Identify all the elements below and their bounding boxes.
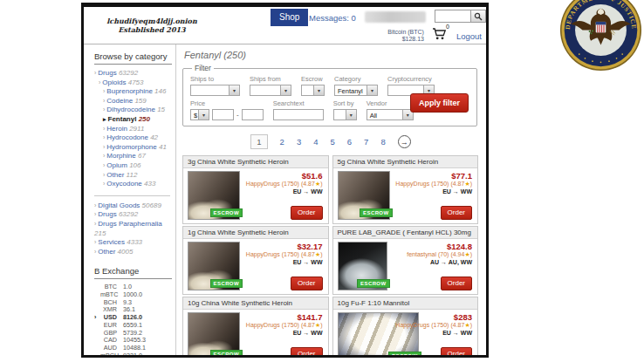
sidebar-section-item[interactable]: ›Other 4005 bbox=[94, 248, 172, 257]
category-count: 67 bbox=[138, 152, 146, 160]
category-count: 15 bbox=[157, 106, 165, 113]
product-title[interactable]: 10g Fu-F 1:10 Mannitol bbox=[333, 297, 478, 310]
page-number[interactable]: 1 bbox=[250, 134, 267, 149]
order-button[interactable]: Order bbox=[441, 347, 472, 355]
vendor-rating: (4.87 bbox=[301, 322, 315, 328]
chevron-down-icon: ▾ bbox=[367, 85, 377, 95]
vendor-link[interactable]: HappyDrugs (1750) (4.87★) bbox=[246, 251, 323, 258]
order-button[interactable]: Order bbox=[291, 206, 322, 220]
price-currency-select[interactable]: $▾ bbox=[190, 109, 209, 120]
search-button[interactable] bbox=[471, 10, 486, 23]
chevron-right-icon: › bbox=[103, 172, 105, 178]
chevron-down-icon: ▾ bbox=[313, 85, 324, 95]
sidebar-category-item[interactable]: ›Opium 106 bbox=[94, 161, 172, 171]
bitcoin-price: $128.13 bbox=[387, 36, 424, 43]
sidebar-category-item[interactable]: ›Buprenorphine 146 bbox=[94, 87, 172, 97]
page-number[interactable]: 2 bbox=[280, 137, 284, 147]
vendor-label: Vendor bbox=[367, 99, 414, 107]
messages-link[interactable]: Messages: 0 bbox=[309, 13, 356, 23]
sidebar: Browse by category ›Drugs 63292 ›Opioids… bbox=[84, 44, 176, 355]
product-title[interactable]: 5g China White Synthetic Heroin bbox=[333, 156, 478, 168]
product-title[interactable]: 3g China White Synthetic Heroin bbox=[183, 156, 328, 168]
category-select[interactable]: Fentanyl▾ bbox=[334, 85, 378, 96]
sidebar-category-item[interactable]: ›Hydrocodone 42 bbox=[94, 133, 172, 143]
bitcoin-rate: Bitcoin (BTC) $128.13 bbox=[387, 29, 424, 43]
category-label: Opium bbox=[106, 161, 127, 169]
sidebar-section-item[interactable]: ›Drugs 63292 bbox=[94, 210, 172, 220]
cryptocurrency-label: Cryptocurrency bbox=[387, 75, 435, 83]
exchange-title: B Exchange bbox=[94, 266, 172, 279]
shop-tab[interactable]: Shop bbox=[271, 9, 308, 26]
page-number[interactable]: 8 bbox=[380, 137, 385, 147]
product-card: 3g China White Synthetic Heroin ESCROW $… bbox=[182, 155, 329, 224]
escrow-badge: ESCROW bbox=[210, 208, 243, 217]
vendor-link[interactable]: HappyDrugs (1750) (4.87★) bbox=[246, 322, 323, 329]
product-title[interactable]: 1g China White Synthetic Heroin bbox=[183, 227, 328, 239]
order-button[interactable]: Order bbox=[291, 277, 322, 290]
sidebar-category-item[interactable]: ▸Fentanyl 250 bbox=[94, 115, 172, 125]
sidebar-section-item[interactable]: ›Drugs Paraphernalia 215 bbox=[94, 220, 172, 238]
price-currency-value: $ bbox=[191, 110, 198, 120]
vendor-name: HappyDrugs (1750) bbox=[395, 322, 449, 328]
product-title[interactable]: 10g China White Synthetic Heroin bbox=[183, 297, 328, 310]
sidebar-category-item[interactable]: ›Codeine 159 bbox=[94, 97, 172, 106]
main-content: Fentanyl (250) Filter Ships to ▾ Ships f… bbox=[176, 44, 486, 355]
category-count: 41 bbox=[159, 143, 167, 151]
cart-count-badge: 0 bbox=[446, 24, 449, 30]
price-max-input[interactable] bbox=[242, 109, 264, 120]
sidebar-section-item[interactable]: ›Services 4333 bbox=[94, 238, 172, 248]
next-page-button[interactable]: → bbox=[398, 135, 411, 148]
page-number[interactable]: 4 bbox=[313, 137, 318, 147]
order-button[interactable]: Order bbox=[291, 347, 322, 355]
sidebar-category-item[interactable]: ›Oxycodone 433 bbox=[94, 180, 172, 189]
vendor-link[interactable]: HappyDrugs (1750) (4.87★) bbox=[246, 181, 323, 188]
sidebar-category-item[interactable]: ›Opioids 4753 bbox=[94, 79, 172, 88]
browse-title: Browse by category bbox=[94, 51, 172, 65]
page-title: Fentanyl (250) bbox=[184, 50, 479, 60]
price-min-input[interactable] bbox=[212, 109, 234, 120]
product-price: $51.6 bbox=[302, 171, 323, 181]
category-label: Codeine bbox=[106, 97, 133, 105]
pagination: 1 2 3 4 5 6 7 8 → bbox=[182, 134, 479, 149]
product-image[interactable] bbox=[188, 312, 240, 355]
sidebar-section-item[interactable]: ›Digital Goods 50689 bbox=[94, 201, 172, 211]
escrow-select[interactable]: ▾ bbox=[301, 85, 325, 96]
order-button[interactable]: Order bbox=[441, 277, 472, 290]
sidebar-category-item[interactable]: ›Morphine 67 bbox=[94, 152, 172, 161]
vendor-rating: (4.87 bbox=[301, 251, 315, 257]
category-count: 159 bbox=[134, 97, 146, 105]
sidebar-category-item[interactable]: ›Other 112 bbox=[94, 171, 172, 181]
site-logo[interactable]: lchudifyeqm4ldjj.onion Established 2013 bbox=[98, 17, 206, 34]
sidebar-category-item[interactable]: ›Dihydrocodeine 15 bbox=[94, 106, 172, 115]
page-number[interactable]: 5 bbox=[331, 137, 335, 147]
sidebar-category-item[interactable]: ›Heroin 2911 bbox=[94, 125, 172, 134]
logout-link[interactable]: Logout bbox=[456, 31, 482, 41]
vendor-link[interactable]: HappyDrugs (1750) (4.87★) bbox=[395, 181, 472, 188]
search-input[interactable] bbox=[435, 10, 471, 23]
ships-to-select[interactable]: ▾ bbox=[190, 85, 240, 96]
cart-button[interactable]: 0 bbox=[432, 28, 449, 44]
product-image[interactable] bbox=[338, 312, 419, 355]
category-label: Other bbox=[106, 171, 124, 179]
vendor-link[interactable]: fentastynal (70) (4.94★) bbox=[407, 251, 472, 258]
vendor-select[interactable]: All▾ bbox=[367, 109, 414, 120]
product-title[interactable]: PURE LAB_GRADE ( Fentanyl HCL) 30mg bbox=[333, 227, 478, 239]
order-button[interactable]: Order bbox=[441, 206, 472, 220]
chevron-right-icon: › bbox=[94, 211, 96, 217]
chevron-right-icon: › bbox=[103, 98, 105, 104]
sidebar-category-item[interactable]: ›Drugs 63292 bbox=[94, 69, 172, 79]
product-price: $32.17 bbox=[297, 242, 322, 251]
sidebar-category-item[interactable]: ›Hydromorphone 41 bbox=[94, 143, 172, 153]
page-number[interactable]: 6 bbox=[347, 137, 352, 147]
ships-from-select[interactable]: ▾ bbox=[250, 85, 291, 96]
category-tree: ›Drugs 63292 ›Opioids 4753 ›Buprenorphin… bbox=[94, 69, 172, 189]
page-number[interactable]: 7 bbox=[364, 137, 368, 147]
category-count: 146 bbox=[154, 87, 166, 95]
vendor-rating-end: ) bbox=[470, 251, 472, 257]
apply-filter-button[interactable]: Apply filter bbox=[410, 93, 469, 113]
sort-by-select[interactable]: ▾ bbox=[333, 109, 357, 120]
searchtext-input[interactable] bbox=[273, 109, 324, 120]
ships-from-label: Ships from bbox=[250, 75, 291, 83]
vendor-link[interactable]: HappyDrugs (1750) (4.87★) bbox=[395, 322, 472, 329]
page-number[interactable]: 3 bbox=[297, 137, 301, 147]
